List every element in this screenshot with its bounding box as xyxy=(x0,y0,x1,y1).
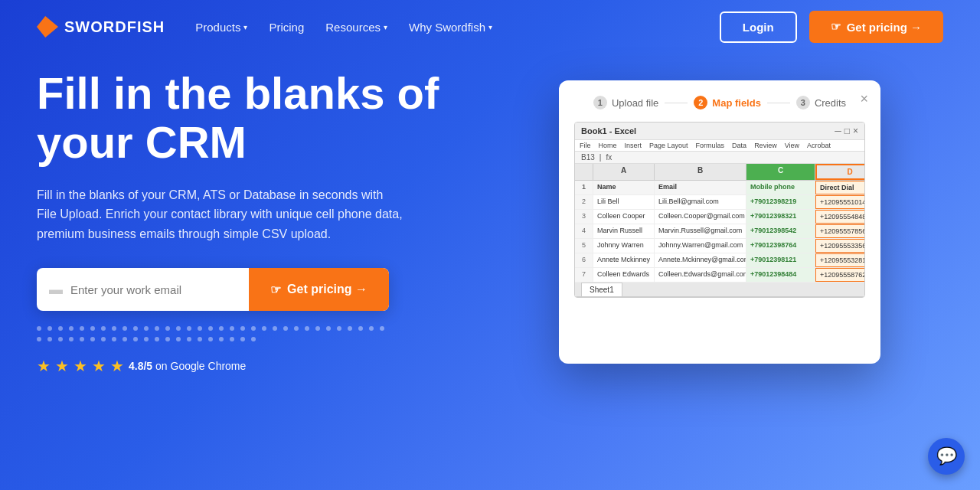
cell-email: Johnny.Warren@gmail.com xyxy=(655,239,746,253)
get-pricing-form-button[interactable]: ☞ Get pricing → xyxy=(249,268,389,311)
dots-decoration xyxy=(37,326,389,341)
spreadsheet-tab-bar: Sheet1 xyxy=(575,283,864,297)
dot xyxy=(122,337,127,341)
col-b: B xyxy=(655,164,746,180)
cell-mobile: +79012398321 xyxy=(746,210,815,224)
cell-email: Annete.Mckinney@gmail.com xyxy=(655,253,746,267)
logo[interactable]: SWORDFISH xyxy=(37,16,165,38)
menu-home[interactable]: Home xyxy=(599,142,617,149)
get-pricing-nav-label: Get pricing → xyxy=(847,21,922,34)
col-a: A xyxy=(593,164,655,180)
cell-direct: +12095551014 xyxy=(815,195,865,209)
cell-direct: +12095553356 xyxy=(815,239,865,253)
step-3-label: Credits xyxy=(815,97,846,109)
cell-mobile: +79012398542 xyxy=(746,224,815,238)
menu-pagelayout[interactable]: Page Layout xyxy=(649,142,688,149)
email-input[interactable] xyxy=(70,283,237,296)
cell-email: Marvin.Russell@gmail.com xyxy=(655,224,746,238)
close-icon[interactable]: × xyxy=(860,91,868,107)
chat-bubble[interactable]: 💬 xyxy=(928,438,965,475)
header-direct: Direct Dial xyxy=(815,181,865,194)
step-1-label: Upload file xyxy=(612,97,658,109)
chevron-down-icon-2: ▾ xyxy=(384,23,387,31)
get-pricing-nav-button[interactable]: ☞ Get pricing → xyxy=(809,11,943,43)
menu-formulas[interactable]: Formulas xyxy=(696,142,725,149)
star-2: ★ xyxy=(55,357,69,375)
header-name: Name xyxy=(593,181,655,194)
hand-icon-form: ☞ xyxy=(270,283,281,297)
minimize-icon[interactable]: ─ xyxy=(835,126,841,136)
dot xyxy=(112,326,116,331)
dot xyxy=(133,326,138,331)
nav-link-resources[interactable]: Resources ▾ xyxy=(325,21,387,34)
dot xyxy=(58,326,63,331)
get-pricing-form-label: Get pricing → xyxy=(287,283,368,296)
dot xyxy=(262,326,266,331)
formula-bar: B13 | fx xyxy=(575,152,864,164)
dot xyxy=(380,326,384,331)
nav-link-why[interactable]: Why Swordfish ▾ xyxy=(409,21,492,34)
dot xyxy=(90,326,95,331)
login-button[interactable]: Login xyxy=(720,11,797,43)
star-1: ★ xyxy=(37,357,51,375)
hero-section: Fill in the blanks of your CRM Fill in t… xyxy=(0,54,980,375)
maximize-icon[interactable]: □ xyxy=(844,126,850,136)
star-3: ★ xyxy=(74,357,87,375)
menu-file[interactable]: File xyxy=(580,142,591,149)
dot xyxy=(165,326,170,331)
dot xyxy=(251,337,256,341)
step-2-label: Map fields xyxy=(712,97,761,109)
dot xyxy=(176,326,181,331)
menu-view[interactable]: View xyxy=(785,142,799,149)
sheet-tab[interactable]: Sheet1 xyxy=(581,283,622,296)
cell-direct: +12095558762 xyxy=(815,268,865,282)
col-c: C xyxy=(746,164,815,180)
rating-platform: on Google Chrome xyxy=(155,360,246,372)
email-form: ▬ ☞ Get pricing → xyxy=(37,268,389,311)
menu-insert[interactable]: Insert xyxy=(625,142,642,149)
nav-right: Login ☞ Get pricing → xyxy=(720,11,943,43)
star-4: ★ xyxy=(92,357,106,375)
dot xyxy=(176,337,181,341)
dot xyxy=(69,337,74,341)
spreadsheet-col-headers: A B C D xyxy=(575,164,864,181)
row-num: 5 xyxy=(575,239,593,253)
nav-label-products: Products xyxy=(195,21,240,34)
spreadsheet-toolbar: Book1 - Excel ─ □ × xyxy=(575,122,864,140)
header-email: Email xyxy=(655,181,746,194)
dot xyxy=(122,326,127,331)
close-window-icon[interactable]: × xyxy=(853,126,858,136)
step-line-2 xyxy=(767,103,790,103)
col-empty xyxy=(575,164,593,180)
dot xyxy=(58,337,63,341)
dot xyxy=(208,326,213,331)
dot xyxy=(208,337,213,341)
hero-title: Fill in the blanks of your CRM xyxy=(37,69,466,167)
cell-email: Colleen.Edwards@gmail.com xyxy=(655,268,746,282)
nav-link-products[interactable]: Products ▾ xyxy=(195,21,247,34)
cell-name: Johnny Warren xyxy=(593,239,655,253)
dot xyxy=(90,337,95,341)
menu-acrobat[interactable]: Acrobat xyxy=(807,142,831,149)
dot xyxy=(133,337,138,341)
dot xyxy=(283,326,288,331)
dot xyxy=(348,326,352,331)
col-d: D xyxy=(815,164,865,180)
nav-label-why: Why Swordfish xyxy=(409,21,485,34)
menu-review[interactable]: Review xyxy=(754,142,777,149)
dot xyxy=(369,326,374,331)
step-1: 1 Upload file xyxy=(593,96,658,109)
table-row: 3 Colleen Cooper Colleen.Cooper@gmail.co… xyxy=(575,210,864,224)
dot xyxy=(37,337,41,341)
nav-link-pricing[interactable]: Pricing xyxy=(269,21,304,34)
chevron-down-icon-3: ▾ xyxy=(488,23,492,31)
hero-left: Fill in the blanks of your CRM Fill in t… xyxy=(37,69,466,375)
table-row: 4 Marvin Russell Marvin.Russell@gmail.co… xyxy=(575,224,864,239)
rating-value: 4.8/5 xyxy=(129,360,152,372)
menu-data[interactable]: Data xyxy=(732,142,746,149)
row-num: 6 xyxy=(575,253,593,267)
cell-name: Marvin Russell xyxy=(593,224,655,238)
row-num: 7 xyxy=(575,268,593,282)
formula-icon: fx xyxy=(606,153,612,162)
dot xyxy=(337,326,341,331)
